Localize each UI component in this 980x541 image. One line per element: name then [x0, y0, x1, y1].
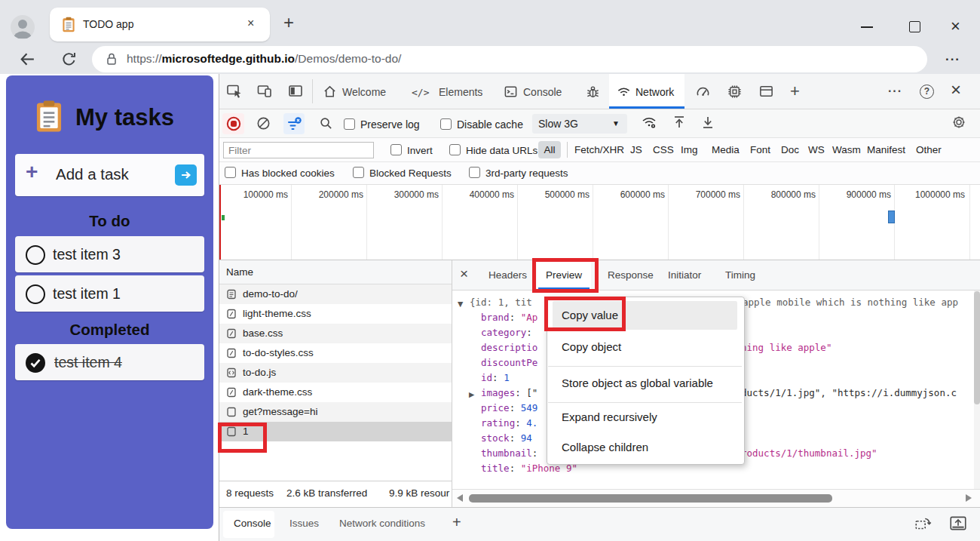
horizontal-scrollbar[interactable] — [452, 490, 980, 507]
settings-gear-icon[interactable] — [951, 115, 966, 130]
close-detail-icon[interactable]: × — [460, 266, 468, 282]
task-checkbox[interactable] — [26, 284, 45, 304]
third-party-requests-checkbox[interactable] — [469, 167, 480, 178]
filter-type-all[interactable]: All — [538, 141, 561, 158]
request-row[interactable]: get?message=hi — [219, 402, 452, 422]
bug-icon[interactable] — [585, 84, 601, 100]
dock-drawer-icon[interactable] — [914, 515, 933, 533]
memory-icon[interactable] — [727, 84, 743, 100]
filter-type[interactable]: Font — [750, 144, 770, 155]
maximize-button[interactable] — [909, 21, 920, 32]
scroll-left-arrow[interactable] — [457, 494, 463, 502]
scrollbar-thumb[interactable] — [469, 494, 832, 503]
browser-tab[interactable]: TODO app × — [50, 8, 270, 41]
filter-toggle-button[interactable] — [283, 113, 305, 134]
task-checkbox-checked[interactable] — [26, 353, 45, 373]
search-icon[interactable] — [319, 116, 333, 131]
minimize-button[interactable] — [861, 26, 873, 28]
requests-header[interactable]: Name — [219, 260, 452, 284]
tab-initiator[interactable]: Initiator — [668, 269, 701, 281]
task-item-completed[interactable]: test item 4 — [15, 344, 204, 380]
drawer-tab-console[interactable]: Console — [223, 511, 274, 538]
request-row[interactable]: base.css — [219, 324, 452, 343]
drawer-tab-network-conditions[interactable]: Network conditions — [339, 518, 425, 529]
window-close-button[interactable]: × — [951, 17, 960, 36]
performance-icon[interactable] — [695, 84, 711, 100]
hide-data-urls-label[interactable]: Hide data URLs — [466, 145, 537, 156]
has-blocked-cookies-checkbox[interactable] — [225, 167, 236, 178]
clear-icon[interactable] — [256, 115, 271, 131]
tab-headers[interactable]: Headers — [488, 269, 527, 281]
filter-type[interactable]: Img — [681, 144, 698, 155]
scrollbar-thumb[interactable] — [974, 291, 980, 404]
request-row[interactable]: light-theme.css — [219, 304, 452, 324]
preserve-log-checkbox[interactable] — [344, 118, 355, 130]
disable-cache-label[interactable]: Disable cache — [457, 118, 523, 131]
new-tab-button[interactable]: + — [283, 12, 294, 33]
drawer-tab-issues[interactable]: Issues — [289, 518, 319, 529]
application-icon[interactable] — [758, 84, 774, 100]
expand-toggle[interactable]: ▶ — [469, 390, 474, 398]
filter-type[interactable]: Media — [712, 144, 740, 155]
add-panel-icon[interactable]: + — [790, 81, 800, 101]
dock-side-icon[interactable] — [287, 83, 304, 100]
menu-item-collapse-children[interactable]: Collapse children — [562, 441, 648, 453]
back-button[interactable] — [18, 50, 37, 69]
reload-button[interactable] — [60, 51, 78, 68]
device-emulation-icon[interactable] — [256, 83, 273, 100]
expand-toggle[interactable]: ▼ — [458, 300, 463, 308]
expand-drawer-icon[interactable] — [948, 515, 968, 533]
submit-task-button[interactable] — [175, 164, 197, 186]
record-button[interactable] — [222, 113, 244, 134]
request-row[interactable]: to-do.js — [219, 363, 452, 383]
name-column-header[interactable]: Name — [226, 266, 253, 278]
filter-input[interactable] — [223, 142, 374, 158]
add-drawer-tab-icon[interactable]: + — [452, 514, 461, 531]
request-row[interactable]: demo-to-do/ — [219, 284, 452, 304]
task-checkbox[interactable] — [26, 245, 45, 265]
network-conditions-icon[interactable] — [641, 114, 657, 131]
help-icon[interactable]: ? — [920, 85, 934, 99]
tab-timing[interactable]: Timing — [725, 269, 755, 281]
disable-cache-checkbox[interactable] — [440, 118, 452, 130]
filter-type[interactable]: Manifest — [867, 144, 905, 155]
preserve-log-label[interactable]: Preserve log — [360, 118, 420, 131]
blocked-requests-label[interactable]: Blocked Requests — [369, 168, 452, 179]
scroll-right-arrow[interactable] — [966, 494, 972, 502]
tab-response[interactable]: Response — [608, 269, 654, 281]
export-har-icon[interactable] — [700, 114, 716, 131]
profile-avatar[interactable] — [11, 15, 35, 39]
invert-checkbox[interactable] — [390, 144, 402, 155]
address-bar[interactable]: https://microsoftedge.github.io/Demos/de… — [92, 46, 927, 72]
throttling-select[interactable]: Slow 3G ▼ — [532, 114, 627, 134]
menu-item-store-global[interactable]: Store object as global variable — [562, 377, 713, 389]
third-party-requests-label[interactable]: 3rd-party requests — [485, 168, 568, 179]
pane-divider[interactable] — [452, 260, 452, 507]
filter-type[interactable]: WS — [808, 144, 825, 155]
menu-item-expand-recursively[interactable]: Expand recursively — [562, 410, 657, 423]
has-blocked-cookies-label[interactable]: Has blocked cookies — [241, 168, 335, 179]
blocked-requests-checkbox[interactable] — [353, 167, 364, 178]
filter-type[interactable]: JS — [630, 144, 642, 155]
add-task-card[interactable]: + Add a task — [15, 154, 204, 196]
invert-label[interactable]: Invert — [407, 145, 433, 156]
filter-type[interactable]: Fetch/XHR — [574, 144, 624, 155]
inspect-icon[interactable] — [226, 83, 243, 100]
filter-type[interactable]: CSS — [653, 144, 674, 155]
task-item[interactable]: test item 1 — [15, 275, 204, 312]
devtools-more-icon[interactable]: ··· — [888, 85, 902, 98]
filter-type[interactable]: Other — [916, 144, 942, 155]
request-row[interactable]: to-do-styles.css — [219, 343, 452, 363]
menu-item-copy-object[interactable]: Copy object — [562, 340, 621, 353]
browser-menu-icon[interactable]: ··· — [945, 52, 960, 67]
vertical-scrollbar[interactable] — [974, 290, 980, 489]
task-item[interactable]: test item 3 — [15, 236, 204, 272]
tab-network[interactable]: Network — [609, 74, 684, 109]
request-row[interactable]: dark-theme.css — [219, 383, 452, 402]
import-har-icon[interactable] — [671, 114, 688, 131]
filter-type[interactable]: Wasm — [832, 144, 861, 155]
hide-data-urls-checkbox[interactable] — [449, 144, 461, 155]
filter-type[interactable]: Doc — [781, 144, 799, 155]
devtools-close-icon[interactable]: × — [951, 79, 961, 100]
timeline-request-bar-blue[interactable] — [888, 211, 895, 223]
